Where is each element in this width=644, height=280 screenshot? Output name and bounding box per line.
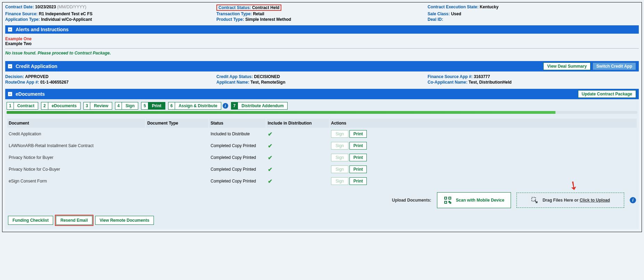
- col-actions: Actions: [330, 119, 637, 128]
- co-applicant-name: Co-Applicant Name: Test, DistributionHel…: [428, 80, 639, 85]
- doc-include-cell: ✔: [266, 176, 329, 187]
- view-remote-documents-button[interactable]: View Remote Documents: [95, 216, 154, 225]
- scan-mobile-button[interactable]: Scan with Mobile Device: [437, 192, 511, 208]
- step-contract[interactable]: 1 Contract: [7, 102, 38, 110]
- check-icon: ✔: [268, 131, 272, 137]
- doc-include-cell: ✔: [266, 128, 329, 139]
- sign-button[interactable]: Sign: [331, 130, 348, 138]
- doc-status-cell: Completed Copy Printed: [209, 152, 265, 163]
- contract-date-label: Contract Date:: [5, 5, 34, 9]
- collapse-icon[interactable]: −: [8, 92, 12, 96]
- finance-source-app: Finance Source App #: 3163777: [428, 74, 639, 79]
- svg-rect-2: [445, 201, 447, 203]
- application-type: Application Type: Individual w/Co-Applic…: [5, 17, 216, 22]
- print-button[interactable]: Print: [349, 166, 366, 173]
- step-sign[interactable]: 4 Sign: [115, 102, 139, 110]
- info-icon[interactable]: i: [630, 197, 636, 203]
- progress-fill: [7, 111, 555, 114]
- upload-row: ➘ Upload Documents: Scan with Mobile Dev…: [7, 187, 637, 213]
- sign-button[interactable]: Sign: [331, 142, 348, 150]
- update-contract-package-button[interactable]: Update Contract Package: [578, 90, 636, 98]
- print-button[interactable]: Print: [349, 142, 366, 150]
- funding-checklist-button[interactable]: Funding Checklist: [8, 216, 53, 225]
- print-button[interactable]: Print: [349, 154, 366, 161]
- sign-button[interactable]: Sign: [331, 166, 348, 173]
- svg-rect-4: [450, 202, 451, 203]
- doc-type-cell: [146, 176, 208, 187]
- product-type: Product Type: Simple Interest Method: [216, 17, 428, 22]
- doc-include-cell: ✔: [266, 164, 329, 175]
- check-icon: ✔: [268, 178, 272, 184]
- info-icon[interactable]: i: [223, 103, 228, 109]
- contract-status: Contract Status: Contract Held: [216, 5, 428, 11]
- credit-app-status: Credit App Status: DECISIONED: [216, 74, 428, 79]
- bottom-actions: Funding Checklist Resend Email View Remo…: [7, 213, 637, 226]
- drag-upload-area[interactable]: Drag Files Here or Click to Upload: [517, 193, 624, 208]
- contract-date: Contract Date: 10/23/2023 (MM/DD/YYYY): [5, 5, 216, 11]
- doc-name-cell: LAWNonARB-Retail Installment Sale Contra…: [7, 140, 145, 151]
- doc-actions-cell: Sign Print: [330, 140, 637, 151]
- table-row: Privacy Notice for BuyerCompleted Copy P…: [7, 152, 637, 163]
- finance-source: Finance Source: R1 Independent Test eC F…: [5, 11, 216, 16]
- check-icon: ✔: [268, 167, 272, 172]
- switch-credit-app-button[interactable]: Switch Credit App: [593, 62, 636, 70]
- upload-label: Upload Documents:: [392, 198, 431, 203]
- step-print[interactable]: 5 Print: [141, 102, 165, 110]
- exec-state: Contract Execution State: Kentucky: [428, 5, 639, 11]
- step-assign-distribute[interactable]: 6 Assign & Distribute: [168, 102, 221, 110]
- print-button[interactable]: Print: [349, 130, 366, 138]
- doc-status-cell: Completed Copy Printed: [209, 176, 265, 187]
- routeone-app: RouteOne App #: 01-1-40655267: [5, 80, 216, 85]
- alerts-title: Alerts and Instructions: [16, 27, 68, 32]
- applicant-name: Applicant Name: Test, RemoteSign: [216, 80, 428, 85]
- step-distribute-addendum[interactable]: 7 Distribute Addendum: [231, 102, 288, 110]
- documents-table: Document Document Type Status Include in…: [7, 118, 637, 187]
- alert-line-2: Example Two: [5, 41, 639, 46]
- print-button[interactable]: Print: [349, 177, 366, 185]
- wizard-steps: 1 Contract 2 eDocuments 3 Review 4 Sign …: [7, 102, 637, 110]
- credit-section-header[interactable]: − Credit Application View Deal Summary S…: [5, 61, 639, 71]
- svg-rect-0: [445, 197, 447, 199]
- check-icon: ✔: [268, 143, 272, 149]
- doc-type-cell: [146, 128, 208, 139]
- decision: Decision: APPROVED: [5, 74, 216, 79]
- doc-type-cell: [146, 140, 208, 151]
- contract-header: Contract Date: 10/23/2023 (MM/DD/YYYY) C…: [5, 5, 639, 22]
- deal-id: Deal ID:: [428, 17, 639, 22]
- alert-line-1: Example One: [5, 36, 639, 41]
- edocuments-body: 1 Contract 2 eDocuments 3 Review 4 Sign …: [5, 99, 639, 229]
- doc-actions-cell: Sign Print: [330, 164, 637, 175]
- sign-button[interactable]: Sign: [331, 154, 348, 161]
- doc-name-cell: Privacy Notice for Co-Buyer: [7, 164, 145, 175]
- collapse-icon[interactable]: −: [8, 27, 12, 32]
- doc-actions-cell: Sign Print: [330, 128, 637, 139]
- doc-name-cell: eSign Consent Form: [7, 176, 145, 187]
- step-review[interactable]: 3 Review: [83, 102, 112, 110]
- alerts-section-header[interactable]: − Alerts and Instructions: [5, 25, 639, 34]
- sale-class: Sale Class: Used: [428, 11, 639, 16]
- doc-status-cell: Completed Copy Printed: [209, 164, 265, 175]
- credit-title: Credit Application: [16, 63, 57, 69]
- resend-email-button[interactable]: Resend Email: [56, 216, 92, 225]
- doc-name-cell: Privacy Notice for Buyer: [7, 152, 145, 163]
- doc-status-cell: Completed Copy Printed: [209, 140, 265, 151]
- progress-bar: [7, 111, 637, 114]
- col-doc-type: Document Type: [146, 119, 208, 128]
- doc-include-cell: ✔: [266, 140, 329, 151]
- check-icon: ✔: [268, 155, 272, 161]
- qr-icon: [444, 196, 452, 204]
- doc-actions-cell: Sign Print: [330, 152, 637, 163]
- edocuments-section-header[interactable]: − eDocuments Update Contract Package: [5, 89, 639, 99]
- col-include: Include in Distribution: [266, 119, 329, 128]
- doc-include-cell: ✔: [266, 152, 329, 163]
- sign-button[interactable]: Sign: [331, 177, 348, 185]
- view-deal-summary-button[interactable]: View Deal Summary: [543, 62, 591, 70]
- click-to-upload-link[interactable]: Click to Upload: [580, 198, 610, 203]
- credit-body: Decision: APPROVED Credit App Status: DE…: [5, 71, 639, 86]
- svg-rect-1: [449, 197, 451, 199]
- step-edocuments[interactable]: 2 eDocuments: [41, 102, 81, 110]
- collapse-icon[interactable]: −: [8, 64, 12, 68]
- doc-type-cell: [146, 164, 208, 175]
- upload-icon: [531, 196, 538, 204]
- doc-type-cell: [146, 152, 208, 163]
